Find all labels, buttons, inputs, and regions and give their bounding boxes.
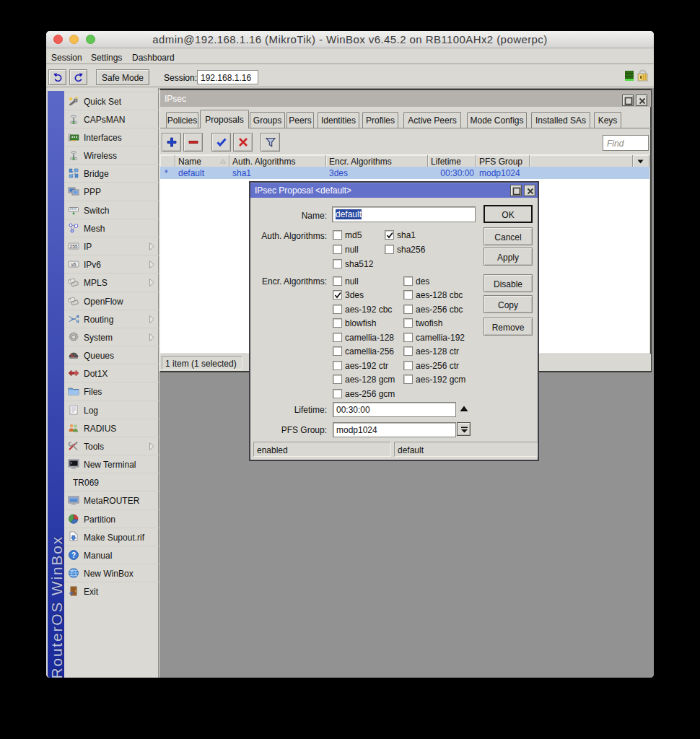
svg-text:255: 255 xyxy=(70,244,78,249)
svg-text:?: ? xyxy=(71,551,76,559)
svg-text:v6: v6 xyxy=(71,262,76,267)
